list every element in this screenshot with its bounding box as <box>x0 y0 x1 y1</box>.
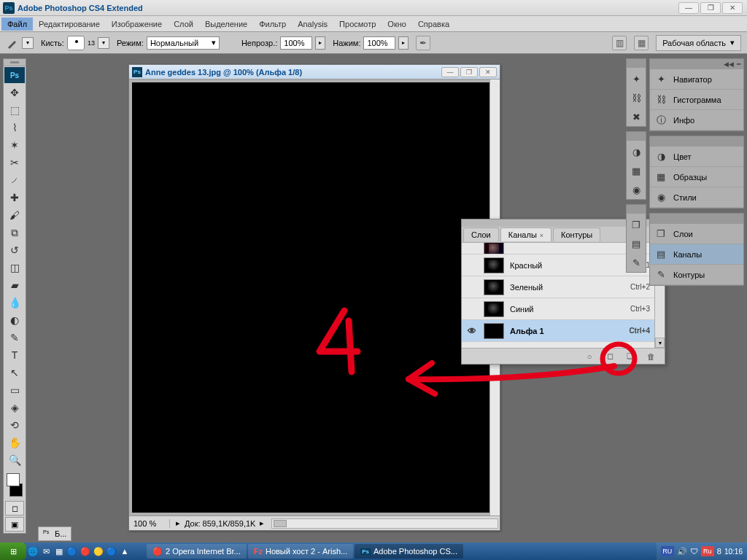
lang-indicator-2[interactable]: Ru <box>701 546 714 556</box>
visibility-toggle[interactable]: 👁 <box>466 326 478 336</box>
foreground-color[interactable] <box>7 473 20 486</box>
tools-grip[interactable] <box>4 59 26 66</box>
menu-window[interactable]: Окно <box>382 18 412 31</box>
scroll-down-icon[interactable]: ▾ <box>655 338 665 348</box>
histogram-icon[interactable]: ⛓ <box>627 88 646 107</box>
zoom-tool[interactable]: 🔍 <box>4 451 26 469</box>
workspace-dropdown[interactable]: Рабочая область▾ <box>656 35 741 51</box>
menu-filter[interactable]: Фильтр <box>253 18 292 31</box>
wand-tool[interactable]: ✶ <box>4 136 26 154</box>
doc-scrollbar-horizontal[interactable] <box>271 518 498 529</box>
quicklaunch-icon[interactable]: 🔵 <box>105 545 118 558</box>
airbrush-icon[interactable]: ✒ <box>416 36 430 50</box>
tab-paths[interactable]: Контуры <box>553 228 600 241</box>
channel-row-green[interactable]: Зеленый Ctrl+2 <box>462 276 654 298</box>
panel-navigator[interactable]: ✦Навигатор <box>650 69 743 90</box>
taskbar-item-photoshop[interactable]: PsAdobe Photoshop CS... <box>355 544 463 559</box>
history-brush-tool[interactable]: ↺ <box>4 241 26 259</box>
taskbar-clock[interactable]: 10:16 <box>724 548 743 556</box>
menu-edit[interactable]: Редактирование <box>33 18 106 31</box>
doc-close-button[interactable]: ✕ <box>479 67 497 77</box>
blur-tool[interactable]: 💧 <box>4 294 26 311</box>
taskbar-item-filezilla[interactable]: FzНовый хост 2 - Arish... <box>248 544 353 559</box>
eraser-tool[interactable]: ◫ <box>4 259 26 276</box>
opacity-arrow[interactable]: ▸ <box>315 36 325 50</box>
brush-tool[interactable]: 🖌 <box>4 206 26 224</box>
tool-preset-dropdown[interactable]: ▾ <box>22 37 34 49</box>
marquee-tool[interactable]: ⬚ <box>4 101 26 119</box>
quicklaunch-icon[interactable]: 🟡 <box>92 545 105 558</box>
lang-indicator[interactable]: RU <box>661 546 674 556</box>
taskbar-item-opera[interactable]: 🔴2 Opera Internet Br... <box>147 544 247 559</box>
nav-icon[interactable]: ✦ <box>627 69 646 88</box>
save-selection-icon[interactable]: ◻ <box>603 351 616 362</box>
document-titlebar[interactable]: Ps Anne geddes 13.jpg @ 100% (Альфа 1/8)… <box>129 65 500 79</box>
window-minimize-button[interactable]: — <box>678 2 699 14</box>
shape-tool[interactable]: ▭ <box>4 381 26 399</box>
tray-icon[interactable]: 🔊 <box>677 547 687 556</box>
tray-icon[interactable]: 8 <box>717 547 721 556</box>
window-close-button[interactable]: ✕ <box>722 2 743 14</box>
delete-channel-icon[interactable]: 🗑 <box>644 351 657 362</box>
type-tool[interactable]: T <box>4 346 26 364</box>
tray-icon[interactable]: 🛡 <box>690 547 698 556</box>
bridge-icon[interactable]: ▥ <box>612 36 627 50</box>
flow-arrow[interactable]: ▸ <box>398 36 409 50</box>
panel-channels[interactable]: ▤Каналы <box>650 244 743 265</box>
crop-tool[interactable]: ✂ <box>4 154 26 171</box>
hand-tool[interactable]: ✋ <box>4 434 26 451</box>
brush-dropdown[interactable]: ▾ <box>98 37 109 49</box>
quicklaunch-icon[interactable]: 🔵 <box>66 545 79 558</box>
quicklaunch-icon[interactable]: 🌐 <box>26 545 39 558</box>
panel-info[interactable]: ⓘИнфо <box>650 110 743 131</box>
menu-analysis[interactable]: Analysis <box>292 18 333 31</box>
healing-tool[interactable]: ✚ <box>4 189 26 206</box>
quickmask-toggle[interactable]: ◻ <box>6 502 23 515</box>
tab-channels[interactable]: Каналы× <box>500 228 551 241</box>
swatches-icon[interactable]: ▦ <box>627 161 646 180</box>
channel-row-alpha[interactable]: 👁 Альфа 1 Ctrl+4 <box>462 320 654 342</box>
3d-tool[interactable]: ◈ <box>4 399 26 416</box>
opacity-input[interactable]: 100% <box>280 36 312 50</box>
screenmode-toggle[interactable]: ▣ <box>6 518 23 531</box>
doc-info[interactable]: ▸Док: 859,1K/859,1K▸ <box>170 518 270 528</box>
new-channel-icon[interactable]: ❏ <box>624 351 637 362</box>
paths-icon[interactable]: ✎ <box>627 253 646 272</box>
info-icon[interactable]: ✖ <box>627 107 646 126</box>
flow-input[interactable]: 100% <box>363 36 395 50</box>
minimized-doc-tab[interactable]: Ps Б... <box>38 526 71 541</box>
menu-view[interactable]: Просмотр <box>333 18 382 31</box>
3d-camera-tool[interactable]: ⟲ <box>4 416 26 434</box>
panel-paths[interactable]: ✎Контуры <box>650 265 743 285</box>
start-button[interactable]: ⊞ <box>0 542 26 560</box>
lasso-tool[interactable]: ⌇ <box>4 119 26 136</box>
panel-histogram[interactable]: ⛓Гистограмма <box>650 90 743 110</box>
quicklaunch-icon[interactable]: ▦ <box>53 545 66 558</box>
channels-icon[interactable]: ▤ <box>627 234 646 253</box>
path-select-tool[interactable]: ↖ <box>4 364 26 381</box>
dodge-tool[interactable]: ◐ <box>4 311 26 329</box>
dock-collapse-icon[interactable]: ◀◀ <box>724 61 734 68</box>
menu-select[interactable]: Выделение <box>199 18 253 31</box>
menu-image[interactable]: Изображение <box>106 18 168 31</box>
layers-icon[interactable]: ❐ <box>627 215 646 234</box>
pen-tool[interactable]: ✎ <box>4 329 26 346</box>
doc-maximize-button[interactable]: ❐ <box>460 67 478 77</box>
move-tool[interactable]: ✥ <box>4 84 26 101</box>
styles-icon[interactable]: ◉ <box>627 180 646 199</box>
eyedropper-tool[interactable]: ⟋ <box>4 171 26 189</box>
panel-color[interactable]: ◑Цвет <box>650 147 743 167</box>
panel-layers[interactable]: ❐Слои <box>650 224 743 244</box>
doc-minimize-button[interactable]: — <box>441 67 459 77</box>
panel-swatches[interactable]: ▦Образцы <box>650 167 743 187</box>
load-selection-icon[interactable]: ○ <box>583 351 596 362</box>
tab-layers[interactable]: Слои <box>463 228 499 241</box>
menu-layer[interactable]: Слой <box>168 18 199 31</box>
panel-styles[interactable]: ◉Стили <box>650 187 743 208</box>
quicklaunch-icon[interactable]: 🔴 <box>79 545 92 558</box>
brush-preset-picker[interactable] <box>67 36 85 50</box>
gradient-tool[interactable]: ▰ <box>4 276 26 294</box>
channel-row-blue[interactable]: Синий Ctrl+3 <box>462 298 654 320</box>
color-icon[interactable]: ◑ <box>627 142 646 161</box>
arrange-icon[interactable]: ▦ <box>634 36 649 50</box>
